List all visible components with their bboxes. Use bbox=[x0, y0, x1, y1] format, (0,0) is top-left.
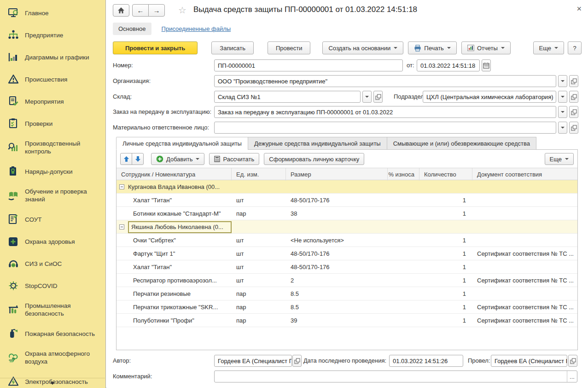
comment-expand-button[interactable]: ... bbox=[567, 371, 577, 382]
warehouse-open-button[interactable] bbox=[373, 91, 383, 103]
table-row[interactable]: Фартук "Щит 1"шт48-50/170-176 1Сертифика… bbox=[116, 247, 577, 260]
column-qty[interactable]: Количество bbox=[419, 168, 472, 181]
column-wear[interactable]: % износа bbox=[388, 168, 419, 181]
virus-icon bbox=[7, 280, 19, 292]
arrow-down-icon bbox=[135, 156, 141, 162]
sidebar-item-production-control[interactable]: Производственный контроль bbox=[0, 135, 105, 160]
collapse-minus-icon[interactable] bbox=[119, 224, 124, 229]
organization-dropdown-button[interactable] bbox=[558, 75, 567, 87]
responsible-person-input[interactable] bbox=[214, 122, 556, 134]
table-row-group-selected[interactable]: Якшина Любовь Николаевна (0... bbox=[116, 220, 577, 234]
table-row[interactable]: Респиратор противоаэрозол...шт2 1Сертифи… bbox=[116, 274, 577, 287]
table-row[interactable]: Полуботинки "Профи"пар39 1Сертификат соо… bbox=[116, 314, 577, 327]
sidebar-item-fire-safety[interactable]: Пожарная безопасность bbox=[0, 323, 105, 345]
author-open-button[interactable] bbox=[292, 355, 302, 367]
chevron-down-icon bbox=[196, 158, 199, 160]
home-button[interactable] bbox=[113, 4, 129, 17]
create-based-on-button[interactable]: Создать на основании bbox=[322, 41, 403, 54]
column-size[interactable]: Размер bbox=[286, 168, 388, 181]
sidebar-item-label: Главное bbox=[25, 9, 49, 17]
table-row[interactable]: Ботинки кожаные "Стандарт-М"пар38 1 bbox=[116, 207, 577, 220]
sidebar-item-health[interactable]: Охрана здоровья bbox=[0, 230, 105, 253]
sidebar-item-training[interactable]: Обучение и проверка знаний bbox=[0, 182, 105, 208]
arrow-up-icon bbox=[123, 156, 129, 162]
tab-personal-ppe[interactable]: Личные средства индивидуальной защиты bbox=[116, 137, 248, 150]
sidebar-item-main[interactable]: Главное bbox=[0, 2, 105, 24]
transfer-order-open-button[interactable] bbox=[569, 106, 578, 118]
more-button[interactable]: Еще bbox=[533, 41, 564, 54]
table-row-group[interactable]: Курганова Влада Ивановна (00... bbox=[116, 180, 577, 194]
help-button[interactable]: ? bbox=[568, 41, 582, 54]
number-input[interactable]: ПП-00000001 bbox=[214, 59, 403, 71]
posted-by-open-button[interactable] bbox=[568, 355, 577, 367]
forward-button[interactable]: → bbox=[148, 4, 165, 17]
table-row[interactable]: Перчатки трикотажные "SKR...пар8.5 1Серт… bbox=[116, 300, 577, 314]
sidebar-collapse-button[interactable] bbox=[0, 378, 105, 388]
back-button[interactable]: ← bbox=[132, 4, 149, 17]
sidebar-item-charts[interactable]: Диаграммы и графики bbox=[0, 46, 105, 68]
comment-input[interactable]: ... bbox=[214, 370, 577, 382]
table-header: Сотрудник / Номенклатура Ед. изм. Размер… bbox=[116, 168, 577, 180]
favorite-star-icon[interactable]: ☆ bbox=[178, 5, 186, 16]
document-check-icon bbox=[7, 95, 19, 107]
sidebar-item-stopcovid[interactable]: StopCOVID bbox=[0, 275, 105, 297]
selected-cell: Якшина Любовь Николаевна (0... bbox=[128, 221, 232, 233]
move-down-button[interactable] bbox=[132, 153, 144, 165]
print-button[interactable]: Печать bbox=[408, 41, 457, 54]
table-more-button[interactable]: Еще bbox=[545, 153, 574, 165]
clipboard-checklist-icon bbox=[7, 118, 19, 129]
reports-button[interactable]: Отчеты bbox=[461, 41, 511, 54]
sidebar-item-inspections[interactable]: Проверки bbox=[0, 112, 105, 135]
column-employee[interactable]: Сотрудник / Номенклатура bbox=[116, 168, 232, 181]
date-calendar-button[interactable] bbox=[482, 59, 491, 71]
table-row[interactable]: Перчатки резиновыепар8.5 1 bbox=[116, 287, 577, 300]
organization-open-button[interactable] bbox=[569, 75, 578, 87]
tab-main[interactable]: Основное bbox=[113, 23, 151, 35]
department-open-button[interactable] bbox=[569, 91, 578, 103]
assessment-document-icon bbox=[7, 213, 19, 225]
sidebar-item-ppe[interactable]: СИЗ и СиОС bbox=[0, 253, 105, 275]
last-posting-date-input[interactable]: 01.03.2022 14:51:26 bbox=[389, 355, 463, 367]
air-cloud-icon bbox=[7, 352, 19, 364]
sidebar-item-industrial-safety[interactable]: Промышленная безопасность bbox=[0, 297, 105, 323]
warehouse-dropdown-button[interactable] bbox=[362, 91, 372, 103]
collapse-minus-icon[interactable] bbox=[119, 184, 124, 189]
organization-input[interactable]: ООО "Производственное предприятие" bbox=[214, 75, 556, 87]
table-row[interactable]: Халат "Титан"шт48-50/170-176 1 bbox=[116, 260, 577, 274]
responsible-person-open-button[interactable] bbox=[569, 122, 578, 134]
department-input[interactable]: ЦХЛ (Центральная химическая лаборатория) bbox=[423, 91, 556, 103]
responsible-person-dropdown-button[interactable] bbox=[558, 122, 567, 134]
table-row[interactable]: Халат "Титан"шт48-50/170-176 1 bbox=[116, 194, 577, 207]
post-and-close-button[interactable]: Провести и закрыть bbox=[113, 41, 198, 54]
transfer-order-dropdown-button[interactable] bbox=[558, 106, 567, 118]
tab-duty-ppe[interactable]: Дежурные средства индивидуальной защиты bbox=[248, 137, 387, 150]
tab-washing-agents[interactable]: Смывающие и (или) обезвреживающие средст… bbox=[387, 137, 536, 150]
sidebar-item-incidents[interactable]: Происшествия bbox=[0, 68, 105, 90]
warehouse-input[interactable]: Склад СИЗ №1 bbox=[214, 91, 361, 103]
posted-by-input[interactable]: Гордеев ЕА (Специалист П bbox=[491, 355, 567, 367]
personal-card-button[interactable]: Сформировать личную карточку bbox=[264, 153, 364, 165]
post-button[interactable]: Провести bbox=[268, 41, 311, 54]
department-dropdown-button[interactable] bbox=[558, 91, 567, 103]
table-row[interactable]: Очки "Сибртех"шт<Не используется> 1 bbox=[116, 234, 577, 247]
open-link-icon bbox=[571, 94, 577, 100]
sidebar-item-air-protection[interactable]: Охрана атмосферного воздуха bbox=[0, 345, 105, 370]
sidebar-item-enterprise[interactable]: Предприятие bbox=[0, 24, 105, 46]
last-posting-date-label: Дата последнего проведения: bbox=[303, 357, 386, 364]
add-row-button[interactable]: Добавить bbox=[151, 153, 204, 165]
author-input[interactable]: Гордеев ЕА (Специалист П bbox=[214, 355, 292, 367]
date-input[interactable]: 01.03.2022 14:51:18 bbox=[417, 59, 480, 71]
calculate-button[interactable]: Рассчитать bbox=[209, 153, 259, 165]
sidebar-item-work-permits[interactable]: Наряды-допуски bbox=[0, 160, 105, 182]
sidebar-item-events[interactable]: Мероприятия bbox=[0, 90, 105, 112]
transfer-order-input[interactable]: Заказ на передачу в эксплуатацию ПП-0000… bbox=[214, 106, 556, 118]
sidebar-item-sout[interactable]: СОУТ bbox=[0, 208, 105, 230]
column-doc[interactable]: Документ соответствия bbox=[472, 168, 577, 181]
tab-attached-files[interactable]: Присоединенные файлы bbox=[162, 25, 231, 32]
chevron-down-icon bbox=[561, 111, 565, 113]
save-button[interactable]: Записать bbox=[211, 41, 254, 54]
close-icon[interactable]: × bbox=[576, 4, 582, 14]
column-unit[interactable]: Ед. изм. bbox=[232, 168, 286, 181]
permit-lock-icon bbox=[7, 165, 19, 177]
move-up-button[interactable] bbox=[120, 153, 132, 165]
